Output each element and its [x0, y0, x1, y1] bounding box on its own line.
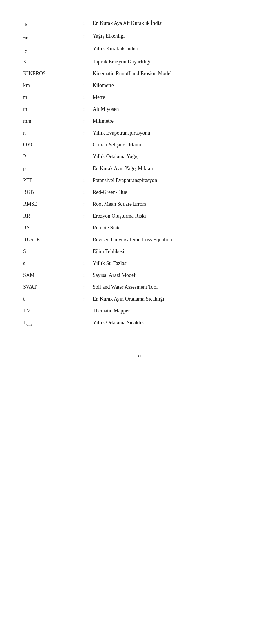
abbreviation-table: Ik:En Kurak Aya Ait Kuraklık İndisiIm:Ya… — [23, 17, 255, 330]
colon-cell: : — [75, 68, 93, 80]
colon-cell: : — [75, 17, 93, 30]
table-row: TM:Thematic Mapper — [23, 305, 255, 317]
definition-cell: Yıllık Evapotranspirasyonu — [93, 127, 255, 139]
definition-cell: Toprak Erozyon Duyarlılığı — [93, 56, 255, 68]
abbreviation-cell: Ik — [23, 17, 75, 30]
abbreviation-cell: m — [23, 103, 75, 115]
colon-cell: : — [75, 222, 93, 234]
abbreviation-cell: Tom — [23, 317, 75, 330]
colon-cell: : — [75, 198, 93, 210]
table-row: RMSE:Root Mean Square Errors — [23, 198, 255, 210]
definition-cell: Kilometre — [93, 80, 255, 91]
abbreviation-cell: RS — [23, 222, 75, 234]
table-row: t:En Kurak Ayın Ortalama Sıcaklığı — [23, 293, 255, 305]
definition-cell: En Kurak Ayın Ortalama Sıcaklığı — [93, 293, 255, 305]
definition-cell: Yağış Etkenliği — [93, 30, 255, 43]
colon-cell: : — [75, 305, 93, 317]
colon-cell: : — [75, 210, 93, 222]
table-row: S:Eğim Tehlikesi — [23, 246, 255, 257]
colon-cell: : — [75, 163, 93, 174]
table-row: mm:Milimetre — [23, 115, 255, 127]
colon-cell: : — [75, 317, 93, 330]
table-row: RGB:Red-Green-Blue — [23, 186, 255, 198]
definition-cell: Erozyon Oluşturma Riski — [93, 210, 255, 222]
definition-cell: Revised Universal Soil Loss Equation — [93, 234, 255, 246]
colon-cell — [75, 56, 93, 68]
colon-cell: : — [75, 103, 93, 115]
abbreviation-cell: mm — [23, 115, 75, 127]
colon-cell: : — [75, 174, 93, 186]
abbreviation-cell: K — [23, 56, 75, 68]
table-row: RUSLE:Revised Universal Soil Loss Equati… — [23, 234, 255, 246]
table-row: OYO:Orman Yetişme Ortamı — [23, 139, 255, 151]
definition-cell: Red-Green-Blue — [93, 186, 255, 198]
abbreviation-cell: P — [23, 151, 75, 163]
colon-cell: : — [75, 80, 93, 91]
definition-cell: Yıllık Kuraklık İndisi — [93, 43, 255, 56]
colon-cell: : — [75, 91, 93, 103]
page-footer: xi — [23, 353, 255, 359]
abbreviation-cell: m — [23, 91, 75, 103]
definition-cell: En Kurak Ayın Yağış Miktarı — [93, 163, 255, 174]
abbreviation-cell: p — [23, 163, 75, 174]
colon-cell: : — [75, 257, 93, 269]
colon-cell: : — [75, 293, 93, 305]
colon-cell: : — [75, 269, 93, 281]
abbreviation-cell: km — [23, 80, 75, 91]
definition-cell: Orman Yetişme Ortamı — [93, 139, 255, 151]
definition-cell: Sayısal Arazi Modeli — [93, 269, 255, 281]
abbreviation-cell: Im — [23, 30, 75, 43]
table-row: PYıllık Ortalama Yağış — [23, 151, 255, 163]
abbreviation-cell: TM — [23, 305, 75, 317]
table-row: SAM:Sayısal Arazi Modeli — [23, 269, 255, 281]
table-row: SWAT:Soil and Water Assesment Tool — [23, 281, 255, 293]
table-row: RS:Remote State — [23, 222, 255, 234]
colon-cell: : — [75, 281, 93, 293]
table-row: Ik:En Kurak Aya Ait Kuraklık İndisi — [23, 17, 255, 30]
abbreviation-cell: s — [23, 257, 75, 269]
table-row: KToprak Erozyon Duyarlılığı — [23, 56, 255, 68]
abbreviation-cell: OYO — [23, 139, 75, 151]
colon-cell: : — [75, 186, 93, 198]
definition-cell: Yıllık Ortalama Sıcaklık — [93, 317, 255, 330]
definition-cell: Soil and Water Assesment Tool — [93, 281, 255, 293]
abbreviation-cell: SWAT — [23, 281, 75, 293]
colon-cell: : — [75, 43, 93, 56]
colon-cell: : — [75, 246, 93, 257]
definition-cell: Root Mean Square Errors — [93, 198, 255, 210]
definition-cell: Eğim Tehlikesi — [93, 246, 255, 257]
table-row: p:En Kurak Ayın Yağış Miktarı — [23, 163, 255, 174]
table-row: Tom:Yıllık Ortalama Sıcaklık — [23, 317, 255, 330]
abbreviation-cell: t — [23, 293, 75, 305]
table-row: Iy:Yıllık Kuraklık İndisi — [23, 43, 255, 56]
abbreviation-cell: Iy — [23, 43, 75, 56]
definition-cell: Yıllık Ortalama Yağış — [93, 151, 255, 163]
page-number: xi — [137, 353, 141, 358]
definition-cell: En Kurak Aya Ait Kuraklık İndisi — [93, 17, 255, 30]
table-row: RR:Erozyon Oluşturma Riski — [23, 210, 255, 222]
abbreviation-cell: RUSLE — [23, 234, 75, 246]
abbreviation-cell: n — [23, 127, 75, 139]
definition-cell: Remote State — [93, 222, 255, 234]
abbreviation-cell: PET — [23, 174, 75, 186]
table-row: m:Metre — [23, 91, 255, 103]
abbreviation-cell: S — [23, 246, 75, 257]
abbreviation-cell: SAM — [23, 269, 75, 281]
abbreviation-cell: RMSE — [23, 198, 75, 210]
colon-cell: : — [75, 139, 93, 151]
definition-cell: Potansiyel Evapotranspirasyon — [93, 174, 255, 186]
table-row: KINEROS:Kinematic Runoff and Erosion Mod… — [23, 68, 255, 80]
table-row: PET:Potansiyel Evapotranspirasyon — [23, 174, 255, 186]
definition-cell: Metre — [93, 91, 255, 103]
definition-cell: Alt Miyosen — [93, 103, 255, 115]
abbreviation-cell: RR — [23, 210, 75, 222]
table-row: s:Yıllık Su Fazlası — [23, 257, 255, 269]
table-row: km:Kilometre — [23, 80, 255, 91]
definition-cell: Yıllık Su Fazlası — [93, 257, 255, 269]
abbreviation-cell: KINEROS — [23, 68, 75, 80]
table-row: m:Alt Miyosen — [23, 103, 255, 115]
colon-cell — [75, 151, 93, 163]
table-row: n:Yıllık Evapotranspirasyonu — [23, 127, 255, 139]
definition-cell: Milimetre — [93, 115, 255, 127]
table-row: Im:Yağış Etkenliği — [23, 30, 255, 43]
